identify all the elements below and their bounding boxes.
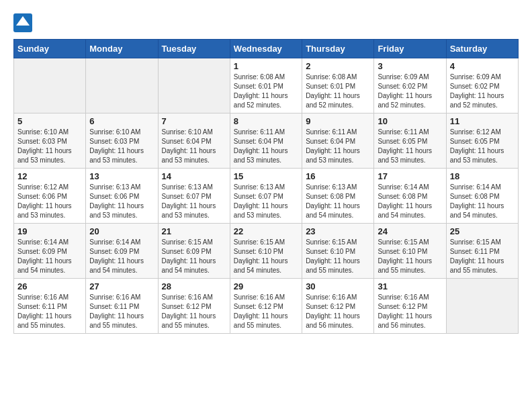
calendar-cell: 1Sunrise: 6:08 AM Sunset: 6:01 PM Daylig… <box>230 58 302 113</box>
day-info: Sunrise: 6:16 AM Sunset: 6:11 PM Dayligh… <box>17 293 82 330</box>
calendar-cell: 31Sunrise: 6:16 AM Sunset: 6:12 PM Dayli… <box>374 279 446 334</box>
calendar-cell: 23Sunrise: 6:15 AM Sunset: 6:10 PM Dayli… <box>302 224 374 279</box>
day-info: Sunrise: 6:15 AM Sunset: 6:10 PM Dayligh… <box>234 238 298 275</box>
day-number: 31 <box>378 281 442 291</box>
calendar-cell: 30Sunrise: 6:16 AM Sunset: 6:12 PM Dayli… <box>302 279 374 334</box>
week-row-5: 26Sunrise: 6:16 AM Sunset: 6:11 PM Dayli… <box>14 279 519 334</box>
day-number: 7 <box>162 116 226 126</box>
day-number: 9 <box>306 116 370 126</box>
calendar-cell <box>14 58 86 113</box>
calendar-cell: 7Sunrise: 6:10 AM Sunset: 6:04 PM Daylig… <box>158 113 230 169</box>
day-info: Sunrise: 6:15 AM Sunset: 6:09 PM Dayligh… <box>162 238 226 275</box>
day-info: Sunrise: 6:10 AM Sunset: 6:03 PM Dayligh… <box>17 128 82 165</box>
day-number: 8 <box>234 116 298 126</box>
day-number: 17 <box>378 171 442 181</box>
calendar-cell <box>446 279 518 334</box>
day-info: Sunrise: 6:14 AM Sunset: 6:09 PM Dayligh… <box>17 238 82 275</box>
day-info: Sunrise: 6:14 AM Sunset: 6:08 PM Dayligh… <box>450 183 515 220</box>
day-info: Sunrise: 6:08 AM Sunset: 6:01 PM Dayligh… <box>306 73 370 110</box>
weekday-header-wednesday: Wednesday <box>230 40 302 58</box>
calendar-cell: 13Sunrise: 6:13 AM Sunset: 6:06 PM Dayli… <box>86 169 158 224</box>
day-info: Sunrise: 6:13 AM Sunset: 6:07 PM Dayligh… <box>162 183 226 220</box>
calendar-cell <box>158 58 230 113</box>
day-info: Sunrise: 6:13 AM Sunset: 6:07 PM Dayligh… <box>234 183 298 220</box>
day-number: 5 <box>17 116 82 126</box>
day-number: 16 <box>306 171 370 181</box>
day-info: Sunrise: 6:16 AM Sunset: 6:12 PM Dayligh… <box>378 293 442 330</box>
calendar-cell: 28Sunrise: 6:16 AM Sunset: 6:12 PM Dayli… <box>158 279 230 334</box>
calendar-cell: 6Sunrise: 6:10 AM Sunset: 6:03 PM Daylig… <box>86 113 158 169</box>
day-number: 4 <box>450 61 515 71</box>
day-info: Sunrise: 6:09 AM Sunset: 6:02 PM Dayligh… <box>378 73 442 110</box>
week-row-4: 19Sunrise: 6:14 AM Sunset: 6:09 PM Dayli… <box>14 224 519 279</box>
day-info: Sunrise: 6:12 AM Sunset: 6:06 PM Dayligh… <box>17 183 82 220</box>
calendar-cell: 20Sunrise: 6:14 AM Sunset: 6:09 PM Dayli… <box>86 224 158 279</box>
calendar-cell: 12Sunrise: 6:12 AM Sunset: 6:06 PM Dayli… <box>14 169 86 224</box>
calendar-cell: 15Sunrise: 6:13 AM Sunset: 6:07 PM Dayli… <box>230 169 302 224</box>
day-number: 14 <box>162 171 226 181</box>
day-number: 13 <box>89 171 154 181</box>
calendar-table: SundayMondayTuesdayWednesdayThursdayFrid… <box>13 39 519 334</box>
day-number: 2 <box>306 61 370 71</box>
day-info: Sunrise: 6:11 AM Sunset: 6:04 PM Dayligh… <box>234 128 298 165</box>
calendar-cell: 24Sunrise: 6:15 AM Sunset: 6:10 PM Dayli… <box>374 224 446 279</box>
week-row-2: 5Sunrise: 6:10 AM Sunset: 6:03 PM Daylig… <box>14 113 519 169</box>
day-info: Sunrise: 6:10 AM Sunset: 6:04 PM Dayligh… <box>162 128 226 165</box>
calendar-cell: 8Sunrise: 6:11 AM Sunset: 6:04 PM Daylig… <box>230 113 302 169</box>
calendar-cell: 14Sunrise: 6:13 AM Sunset: 6:07 PM Dayli… <box>158 169 230 224</box>
day-info: Sunrise: 6:16 AM Sunset: 6:12 PM Dayligh… <box>162 293 226 330</box>
day-info: Sunrise: 6:15 AM Sunset: 6:10 PM Dayligh… <box>378 238 442 275</box>
page-header <box>13 13 519 32</box>
day-number: 29 <box>234 281 298 291</box>
calendar-cell: 9Sunrise: 6:11 AM Sunset: 6:04 PM Daylig… <box>302 113 374 169</box>
weekday-header-saturday: Saturday <box>446 40 518 58</box>
day-number: 6 <box>89 116 154 126</box>
day-info: Sunrise: 6:11 AM Sunset: 6:04 PM Dayligh… <box>306 128 370 165</box>
day-number: 28 <box>162 281 226 291</box>
day-number: 26 <box>17 281 82 291</box>
calendar-cell: 17Sunrise: 6:14 AM Sunset: 6:08 PM Dayli… <box>374 169 446 224</box>
weekday-header-row: SundayMondayTuesdayWednesdayThursdayFrid… <box>14 40 519 58</box>
calendar-cell: 10Sunrise: 6:11 AM Sunset: 6:05 PM Dayli… <box>374 113 446 169</box>
day-info: Sunrise: 6:15 AM Sunset: 6:10 PM Dayligh… <box>306 238 370 275</box>
day-info: Sunrise: 6:13 AM Sunset: 6:08 PM Dayligh… <box>306 183 370 220</box>
day-info: Sunrise: 6:11 AM Sunset: 6:05 PM Dayligh… <box>378 128 442 165</box>
day-number: 25 <box>450 226 515 236</box>
calendar-cell: 5Sunrise: 6:10 AM Sunset: 6:03 PM Daylig… <box>14 113 86 169</box>
weekday-header-friday: Friday <box>374 40 446 58</box>
calendar-cell <box>86 58 158 113</box>
day-info: Sunrise: 6:16 AM Sunset: 6:12 PM Dayligh… <box>234 293 298 330</box>
day-number: 12 <box>17 171 82 181</box>
day-info: Sunrise: 6:10 AM Sunset: 6:03 PM Dayligh… <box>89 128 154 165</box>
day-number: 15 <box>234 171 298 181</box>
day-number: 27 <box>89 281 154 291</box>
day-number: 11 <box>450 116 515 126</box>
weekday-header-thursday: Thursday <box>302 40 374 58</box>
day-number: 10 <box>378 116 442 126</box>
weekday-header-monday: Monday <box>86 40 158 58</box>
calendar-cell: 21Sunrise: 6:15 AM Sunset: 6:09 PM Dayli… <box>158 224 230 279</box>
day-number: 30 <box>306 281 370 291</box>
logo <box>13 13 35 32</box>
calendar-cell: 26Sunrise: 6:16 AM Sunset: 6:11 PM Dayli… <box>14 279 86 334</box>
calendar-cell: 4Sunrise: 6:09 AM Sunset: 6:02 PM Daylig… <box>446 58 518 113</box>
day-number: 24 <box>378 226 442 236</box>
day-info: Sunrise: 6:16 AM Sunset: 6:11 PM Dayligh… <box>89 293 154 330</box>
day-info: Sunrise: 6:16 AM Sunset: 6:12 PM Dayligh… <box>306 293 370 330</box>
calendar-cell: 16Sunrise: 6:13 AM Sunset: 6:08 PM Dayli… <box>302 169 374 224</box>
calendar-cell: 11Sunrise: 6:12 AM Sunset: 6:05 PM Dayli… <box>446 113 518 169</box>
weekday-header-tuesday: Tuesday <box>158 40 230 58</box>
week-row-1: 1Sunrise: 6:08 AM Sunset: 6:01 PM Daylig… <box>14 58 519 113</box>
calendar-cell: 22Sunrise: 6:15 AM Sunset: 6:10 PM Dayli… <box>230 224 302 279</box>
day-number: 1 <box>234 61 298 71</box>
calendar-cell: 3Sunrise: 6:09 AM Sunset: 6:02 PM Daylig… <box>374 58 446 113</box>
day-number: 22 <box>234 226 298 236</box>
calendar-cell: 25Sunrise: 6:15 AM Sunset: 6:11 PM Dayli… <box>446 224 518 279</box>
day-info: Sunrise: 6:12 AM Sunset: 6:05 PM Dayligh… <box>450 128 515 165</box>
day-info: Sunrise: 6:08 AM Sunset: 6:01 PM Dayligh… <box>234 73 298 110</box>
day-number: 3 <box>378 61 442 71</box>
day-info: Sunrise: 6:14 AM Sunset: 6:08 PM Dayligh… <box>378 183 442 220</box>
calendar-cell: 29Sunrise: 6:16 AM Sunset: 6:12 PM Dayli… <box>230 279 302 334</box>
calendar-cell: 19Sunrise: 6:14 AM Sunset: 6:09 PM Dayli… <box>14 224 86 279</box>
week-row-3: 12Sunrise: 6:12 AM Sunset: 6:06 PM Dayli… <box>14 169 519 224</box>
